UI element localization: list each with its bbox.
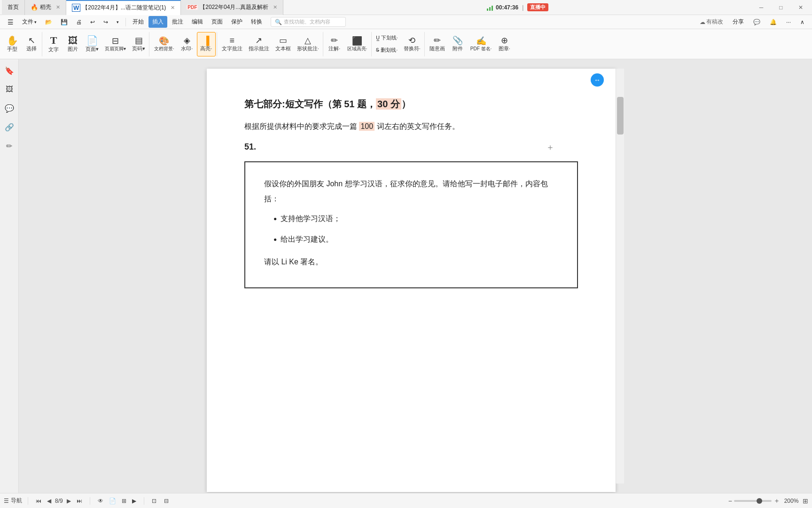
status-bar: ☰ 导航 ⏮ ◀ 8/9 ▶ ⏭ 👁 📄 ⊞ ▶ ⊡ ⊟ − ＋ 200% ⊞ (0, 493, 812, 508)
page-next-button[interactable]: ▶ (65, 497, 73, 505)
attachment-icon: 📎 (453, 36, 463, 45)
action-share[interactable]: 分享 (729, 16, 748, 28)
menu-yemian[interactable]: 页面 (208, 16, 226, 28)
sidebar-link-icon[interactable]: 🔗 (2, 119, 17, 135)
tab-wps-close[interactable]: ✕ (56, 4, 60, 10)
view-fit-width[interactable]: ⊟ (162, 497, 171, 505)
tool-region-highlight[interactable]: ⬛ 区域高亮· (344, 32, 370, 56)
tool-pdf-sign[interactable]: ✍ PDF 签名· (468, 32, 495, 56)
doc-subtitle: 根据所提供材料中的要求完成一篇 100 词左右的英文写作任务。 (244, 120, 578, 133)
tool-header-footer[interactable]: ⊟ 页眉页脚▾ (102, 32, 129, 56)
tab-pdf1-close[interactable]: ✕ (273, 4, 277, 10)
tool-barcode[interactable]: ▤ 页码▾ (129, 32, 148, 56)
tool-page[interactable]: 📄 页面▾ (83, 32, 102, 56)
tool-freehand[interactable]: ✏ 随意画 (427, 32, 448, 56)
tool-doc-bg[interactable]: 🎨 文档背景· (151, 32, 177, 56)
qa-print[interactable]: 🖨 (72, 17, 86, 27)
tool-annotation[interactable]: ✏ 注解· (325, 32, 344, 56)
image-icon: 🖼 (68, 36, 78, 45)
view-fit-page[interactable]: ⊡ (150, 497, 158, 505)
tool-textbox[interactable]: ▭ 文本框 (273, 32, 294, 56)
tab-wps-icon: 🔥 (31, 4, 38, 11)
sidebar-comment-icon[interactable]: 💬 (2, 101, 17, 116)
blue-circle-button[interactable]: ↔ (591, 73, 604, 87)
tool-select[interactable]: ↖ 选择 (22, 32, 41, 56)
menu-bianji[interactable]: 编辑 (188, 16, 207, 28)
doc-area: ↔ 第七部分:短文写作（第 51 题，30 分） ＋ 根据所提供材料中的要求完成… (19, 59, 812, 493)
minimize-button[interactable]: ─ (752, 0, 771, 15)
qa-undo[interactable]: ↩ (86, 17, 99, 27)
action-drafts[interactable]: ☁ 有稿改 (696, 16, 727, 28)
page-first-button[interactable]: ⏮ (34, 497, 43, 505)
search-bar[interactable]: 🔍 查找功能、文档内容 (271, 17, 346, 27)
menu-file[interactable]: 文件 ▾ (18, 16, 40, 28)
window-controls: ─ □ ✕ (752, 0, 810, 15)
menu-zhuanhuan[interactable]: 转换 (247, 16, 266, 28)
menu-kaishi[interactable]: 开始 (129, 16, 148, 28)
tool-shape-annot[interactable]: △ 形状批注· (294, 32, 322, 56)
tool-shape-annot-label: 形状批注· (297, 46, 319, 52)
textbox-icon: ▭ (279, 36, 287, 45)
view-grid[interactable]: 📄 (107, 497, 118, 505)
view-thumbnail[interactable]: ⊞ (120, 497, 128, 505)
zoom-fullscreen-button[interactable]: ⊞ (803, 497, 808, 505)
hamburger-menu[interactable]: ☰ (4, 16, 17, 28)
qa-more[interactable]: ▾ (113, 18, 123, 26)
tool-stamp[interactable]: ⊕ 图章· (495, 32, 514, 56)
tool-text-label: 文字 (48, 47, 59, 53)
tab-pdf1[interactable]: PDF 【2022年04月...真题及解析 ✕ (181, 0, 283, 15)
title-bar: 首页 🔥 稻壳 ✕ W 【2022年4月】...语二随堂笔记(1) ✕ PDF … (0, 0, 812, 15)
close-button[interactable]: ✕ (791, 0, 810, 15)
doc-bg-icon: 🎨 (159, 37, 169, 45)
tool-stamp-label: 图章· (499, 46, 510, 52)
page-prev-button[interactable]: ◀ (45, 497, 53, 505)
menu-baohu[interactable]: 保护 (227, 16, 246, 28)
menu-insert[interactable]: 插入 (148, 16, 167, 28)
stamp-icon: ⊕ (501, 36, 508, 45)
sidebar-image-icon[interactable]: 🖼 (2, 82, 17, 97)
view-play[interactable]: ▶ (130, 497, 138, 505)
tab-doc1[interactable]: W 【2022年4月】...语二随堂笔记(1) ✕ (66, 0, 181, 15)
tab-doc1-close[interactable]: ✕ (171, 5, 175, 11)
tab-wps-label: 稻壳 (40, 3, 51, 11)
tool-highlight[interactable]: ▐ 高亮· (197, 32, 216, 56)
tool-text[interactable]: T 文字 (44, 32, 63, 56)
view-modes: 👁 📄 ⊞ ▶ (96, 497, 138, 505)
action-more[interactable]: ··· (782, 17, 795, 27)
tab-pdf1-label: 【2022年04月...真题及解析 (200, 3, 268, 11)
live-badge: 直播中 (527, 3, 548, 11)
maximize-button[interactable]: □ (772, 0, 790, 15)
zoom-slider[interactable] (734, 500, 772, 502)
tool-replace-note[interactable]: ⟲ 替换符· (401, 32, 423, 56)
plus-icon[interactable]: ＋ (546, 142, 554, 153)
tool-underline[interactable]: U̲ 下划线· (374, 32, 400, 44)
qa-save[interactable]: 💾 (57, 17, 71, 27)
scroll-thumb[interactable] (617, 97, 624, 135)
tool-pointer-annot[interactable]: ↗ 指示批注 (246, 32, 272, 56)
tool-replace-note-label: 替换符· (404, 46, 421, 52)
tool-strikethrough[interactable]: S̶ 删划线· (374, 45, 400, 56)
sidebar-bookmark-icon[interactable]: 🔖 (2, 63, 17, 78)
zoom-out-button[interactable]: − (728, 497, 732, 505)
action-comment[interactable]: 💬 (750, 17, 764, 27)
action-collapse[interactable]: ∧ (796, 17, 808, 27)
signal-bar-2 (489, 7, 491, 11)
page-last-button[interactable]: ⏭ (75, 497, 84, 505)
document-page: ↔ 第七部分:短文写作（第 51 题，30 分） ＋ 根据所提供材料中的要求完成… (207, 69, 616, 492)
qa-open[interactable]: 📂 (41, 17, 56, 27)
status-nav[interactable]: ☰ 导航 (4, 497, 22, 505)
menu-pizhu[interactable]: 批注 (168, 16, 187, 28)
sidebar-pencil-icon[interactable]: ✏ (2, 138, 17, 153)
tab-wps[interactable]: 🔥 稻壳 ✕ (25, 0, 66, 15)
tool-attachment[interactable]: 📎 附件 (448, 32, 467, 56)
qa-redo[interactable]: ↪ (100, 17, 112, 27)
zoom-in-button[interactable]: ＋ (773, 497, 780, 505)
action-notify[interactable]: 🔔 (766, 17, 781, 27)
tool-hand[interactable]: ✋ 手型 (3, 32, 22, 56)
view-single-page[interactable]: 👁 (96, 497, 105, 505)
tool-text-annot[interactable]: ≡ 文字批注 (219, 32, 245, 56)
scrollbar[interactable] (616, 69, 624, 484)
tool-image[interactable]: 🖼 图片 (63, 32, 82, 56)
tab-home[interactable]: 首页 (2, 0, 25, 15)
tool-watermark[interactable]: ◈ 水印· (178, 32, 196, 56)
